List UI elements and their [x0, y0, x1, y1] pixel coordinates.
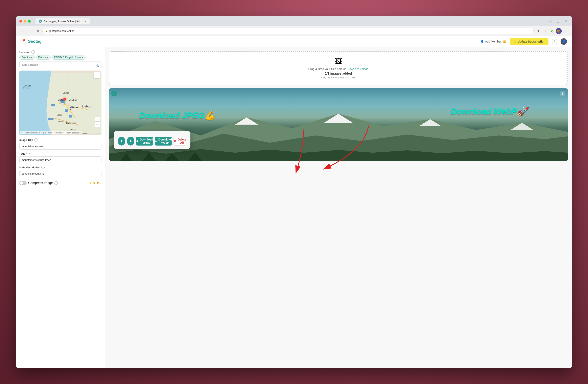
go-pro-button[interactable]: ⭐ Go Pro — [89, 182, 102, 185]
add-member-label: Add Member — [485, 40, 501, 43]
location-tag-freitag: FREITAG Flagship Store ✕ — [52, 55, 85, 60]
image-title-text: Image Title — [19, 139, 33, 141]
maximize-button[interactable] — [28, 20, 31, 22]
image-title-info-icon[interactable]: i — [34, 138, 38, 141]
location-info-icon[interactable]: i — [31, 50, 35, 54]
delete-all-button[interactable]: 🗑 Delete All — [173, 137, 186, 145]
address-bar[interactable]: 🔒 geotagseo.com/editor — [42, 28, 534, 34]
compress-label: Compress Image — [28, 181, 53, 185]
active-tab[interactable]: 🗺 Geotagging Photos Online | Ad... ✕ — [36, 18, 90, 24]
upload-browse-link[interactable]: Browse to upload — [347, 67, 368, 71]
reload-button[interactable]: ↻ — [35, 28, 41, 34]
download-tooltip: ⬇ ⬇ ⬇ Download JPEG ⬇ Download WebP — [114, 131, 190, 149]
download-webp-icon-button[interactable]: ⬇ — [127, 137, 134, 145]
meta-description-input[interactable] — [19, 170, 102, 177]
upload-hint: JPG, PNG or WebP (max 10 MB) — [115, 76, 562, 79]
map-label-estoril: Estoril — [57, 114, 62, 116]
chrome-titlebar: 🗺 Geotagging Photos Online | Ad... ✕ + —… — [16, 16, 572, 26]
remove-cospire-button[interactable]: ✕ — [31, 56, 32, 59]
svg-point-11 — [70, 109, 71, 110]
tags-text: Tags — [19, 152, 25, 155]
svg-rect-10 — [69, 115, 72, 118]
back-button[interactable]: ‹ — [19, 28, 25, 34]
map-label-amadora: Amadora — [69, 106, 78, 109]
update-sub-label: Update Subscription — [518, 40, 545, 43]
meta-description-info-icon[interactable]: i — [41, 166, 44, 169]
download-webp-button[interactable]: ⬇ Download WebP — [155, 137, 172, 145]
tag-freitag-text: FREITAG Flagship Store — [54, 56, 81, 59]
window-close-icon[interactable]: ✕ — [563, 18, 569, 24]
image-delete-button[interactable]: 🗑 — [560, 91, 566, 96]
bookmark-icon[interactable]: ☆ — [542, 28, 548, 34]
location-tag-eatme: Eat Me ✕ — [36, 55, 51, 60]
window-minimize-icon[interactable]: — — [547, 18, 553, 24]
map-zoom-controls: + − — [95, 116, 100, 127]
map-label-atlantico: Atlântico — [22, 87, 30, 89]
forward-button[interactable]: › — [27, 28, 33, 34]
map-label-lisbon: Lisbon — [82, 105, 91, 108]
image-photo — [109, 88, 568, 161]
image-title-label: Image Title i — [19, 138, 102, 141]
location-input[interactable] — [19, 61, 102, 68]
update-subscription-button[interactable]: ⭐ Update Subscription — [510, 38, 548, 45]
map-zoom-out-button[interactable]: − — [95, 122, 100, 127]
app-content: 📍 Geotag 👤 Add Member 👑 ⭐ Update Subscri… — [16, 36, 572, 368]
location-label: Location — [19, 51, 30, 54]
location-tag-cospire: Cospire ✕ — [19, 55, 35, 60]
toolbar-icons: ⬆ ☆ 🧩 😀 ⋮ — [535, 28, 569, 34]
help-button[interactable]: ? — [552, 39, 557, 44]
minimize-button[interactable] — [24, 20, 26, 22]
svg-rect-6 — [48, 118, 53, 120]
tags-label: Tags i — [19, 152, 102, 155]
window-expand-icon[interactable]: ⛶ — [555, 18, 561, 24]
download-jpeg-icon-button[interactable]: ⬇ — [118, 137, 125, 145]
upload-zone[interactable]: 🖼 Drag & Drop your files here or Browse … — [109, 51, 568, 85]
browser-window: 🗺 Geotagging Photos Online | Ad... ✕ + —… — [16, 16, 572, 368]
content-area: 🖼 Drag & Drop your files here or Browse … — [105, 47, 572, 368]
go-pro-label: Go Pro — [93, 182, 102, 185]
chrome-toolbar: ‹ › ↻ 🔒 geotagseo.com/editor ⬆ ☆ 🧩 😀 ⋮ — [16, 26, 572, 36]
compress-toggle[interactable] — [19, 181, 27, 185]
add-member-button[interactable]: 👤 Add Member 👑 — [481, 40, 506, 43]
download-jpeg-label: Download JPEG — [140, 138, 153, 144]
location-tags: Cospire ✕ Eat Me ✕ FREITAG Flagship Stor… — [19, 55, 102, 60]
search-icon: 🔍 — [96, 64, 100, 67]
meta-description-label: Meta description i — [19, 166, 102, 169]
tab-close-button[interactable]: ✕ — [83, 19, 87, 23]
delete-all-label: Delete All — [178, 138, 186, 144]
main-layout: Location i Cospire ✕ Eat Me ✕ FREITAG Fl… — [16, 47, 572, 368]
download-jpeg-button[interactable]: ⬇ Download JPEG — [136, 137, 153, 145]
map-expand-button[interactable]: ⛶ — [94, 72, 100, 78]
new-tab-button[interactable]: + — [90, 18, 96, 24]
tags-input[interactable] — [19, 156, 102, 163]
user-avatar[interactable]: 👤 — [561, 38, 567, 45]
image-title-input[interactable] — [19, 143, 102, 150]
map-pin: 📍 — [61, 97, 68, 104]
compress-row: Compress Image i ⭐ Go Pro — [19, 181, 102, 185]
map-label-cascais: Cascais — [57, 121, 64, 123]
map-attribution: Map Data ©2022 Inst. Geogr. Nacional | T… — [20, 131, 82, 134]
location-input-wrapper: 🔍 — [19, 61, 102, 71]
upload-icon: 🖼 — [115, 57, 562, 66]
remove-eatme-button[interactable]: ✕ — [47, 56, 48, 59]
share-icon[interactable]: ⬆ — [535, 28, 541, 34]
extensions-icon[interactable]: 🧩 — [549, 28, 555, 34]
map-label-oceano: Oceano — [24, 85, 31, 87]
location-section-title: Location i — [19, 50, 102, 54]
help-label: ? — [554, 40, 555, 43]
tag-cospire-text: Cospire — [21, 56, 30, 59]
more-menu-icon[interactable]: ⋮ — [563, 28, 569, 34]
map-zoom-in-button[interactable]: + — [95, 116, 100, 121]
add-member-icon: 👤 — [481, 40, 484, 43]
image-check-icon: ✓ — [111, 91, 117, 96]
compress-info-icon[interactable]: i — [54, 182, 58, 185]
tab-title: Geotagging Photos Online | Ad... — [43, 20, 82, 23]
remove-freitag-button[interactable]: ✕ — [82, 56, 83, 59]
close-button[interactable] — [19, 20, 22, 22]
browser-profile-icon[interactable]: 😀 — [556, 28, 562, 34]
map-background: Oceano Atlântico Loures Sintra Odivelas … — [19, 71, 102, 135]
logo: 📍 Geotag — [21, 39, 42, 44]
tags-info-icon[interactable]: i — [26, 152, 30, 155]
profile-avatar: 😀 — [556, 28, 562, 34]
upload-text: Drag & Drop your files here or Browse to… — [115, 67, 562, 71]
